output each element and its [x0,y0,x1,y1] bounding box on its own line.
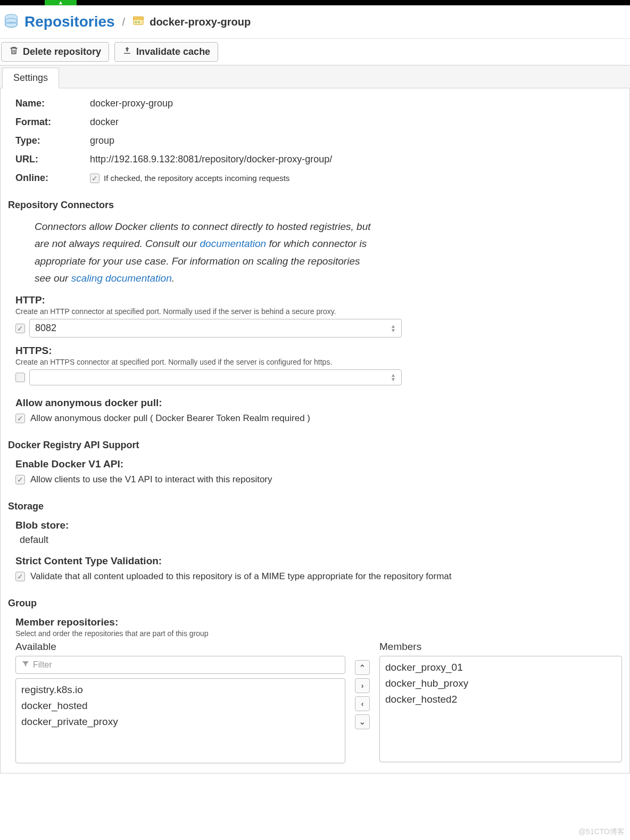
anon-pull-text: Allow anonymous docker pull ( Docker Bea… [30,413,310,424]
number-spinner-icon[interactable]: ▲▼ [391,324,396,333]
name-value: docker-proxy-group [90,98,173,109]
invalidate-cache-button[interactable]: Invalidate cache [114,42,218,62]
tab-row: Settings [0,65,630,88]
v1-api-checkbox[interactable] [15,475,25,484]
delete-repository-label: Delete repository [23,46,101,57]
https-enable-checkbox[interactable] [15,373,25,382]
strict-validation-text: Validate that all content uploaded to th… [30,571,452,582]
delete-repository-button[interactable]: Delete repository [1,42,109,62]
strict-validation-label: Strict Content Type Validation: [15,555,622,567]
tab-settings[interactable]: Settings [2,68,59,88]
type-value: group [90,135,114,146]
settings-panel: Name: docker-proxy-group Format: docker … [0,88,630,773]
database-icon [3,13,19,31]
anon-pull-label: Allow anonymous docker pull: [15,397,622,409]
name-label: Name: [15,98,90,109]
list-item[interactable]: docker_hosted2 [385,691,616,707]
breadcrumb-current: docker-proxy-group [150,16,251,28]
api-heading: Docker Registry API Support [8,440,622,451]
http-port-value: 8082 [35,323,56,334]
active-app-tab-caret: ▲ [45,0,77,5]
available-list: registry.k8s.io docker_hosted docker_pri… [15,678,345,763]
upload-icon [122,46,132,58]
blob-store-label: Blob store: [15,520,622,531]
storage-heading: Storage [8,501,622,512]
blob-store-value: default [20,534,622,546]
list-item[interactable]: docker_hosted [21,698,339,714]
list-item[interactable]: registry.k8s.io [21,682,339,698]
number-spinner-icon[interactable]: ▲▼ [391,373,396,382]
remove-button[interactable]: ‹ [355,696,370,711]
member-repos-help: Select and order the repositories that a… [15,629,622,638]
group-heading: Group [8,598,622,609]
documentation-link[interactable]: documentation [200,238,267,249]
http-port-input[interactable]: 8082 ▲▼ [29,319,402,337]
type-label: Type: [15,135,90,146]
invalidate-cache-label: Invalidate cache [136,46,210,57]
connectors-desc-post: . [172,273,175,284]
online-label: Online: [15,172,90,184]
http-help: Create an HTTP connector at specified po… [15,307,622,316]
https-port-input[interactable]: ▲▼ [29,369,402,385]
scaling-documentation-link[interactable]: scaling documentation [71,273,172,284]
breadcrumb-separator: / [122,16,126,28]
filter-placeholder: Filter [33,660,52,670]
svg-rect-4 [134,17,143,20]
online-help: If checked, the repository accepts incom… [104,174,289,183]
anon-pull-checkbox[interactable] [15,414,25,423]
format-label: Format: [15,117,90,128]
http-enable-checkbox[interactable] [15,324,25,333]
breadcrumb: Repositories / docker-proxy-group [0,5,630,39]
member-repos-label: Member repositories: [15,616,622,628]
svg-point-5 [135,21,137,23]
top-black-bar [0,0,630,5]
online-checkbox[interactable] [90,174,100,183]
format-value: docker [90,117,119,128]
https-label: HTTPS: [15,345,622,357]
list-item[interactable]: docker_hub_proxy [385,676,616,691]
breadcrumb-root-link[interactable]: Repositories [24,13,115,30]
list-item[interactable]: docker_private_proxy [21,714,339,730]
available-filter-input[interactable]: Filter [15,656,345,674]
strict-validation-checkbox[interactable] [15,572,25,581]
move-bottom-button[interactable]: ⌄ [355,714,370,729]
url-label: URL: [15,154,90,165]
action-toolbar: Delete repository Invalidate cache [0,39,630,65]
connectors-description: Connectors allow Docker clients to conne… [35,218,375,287]
filter-icon [21,660,30,670]
trash-icon [9,46,19,58]
members-list: docker_proxy_01 docker_hub_proxy docker_… [379,656,622,762]
members-column: Members docker_proxy_01 docker_hub_proxy… [379,641,622,763]
http-label: HTTP: [15,294,622,306]
transfer-buttons: ⌃ › ‹ ⌄ [355,660,370,763]
v1-api-text: Allow clients to use the V1 API to inter… [30,474,272,485]
members-heading: Members [379,641,622,653]
repo-group-icon [132,15,144,29]
connectors-heading: Repository Connectors [8,200,622,211]
svg-point-6 [138,21,140,23]
add-button[interactable]: › [355,678,370,693]
list-item[interactable]: docker_proxy_01 [385,660,616,676]
https-help: Create an HTTPS connector at specified p… [15,358,622,366]
available-heading: Available [15,641,345,653]
move-top-button[interactable]: ⌃ [355,660,370,675]
available-column: Available Filter registry.k8s.io docker_… [15,641,345,763]
v1-api-label: Enable Docker V1 API: [15,458,622,470]
url-value: http://192.168.9.132:8081/repository/doc… [90,154,332,165]
